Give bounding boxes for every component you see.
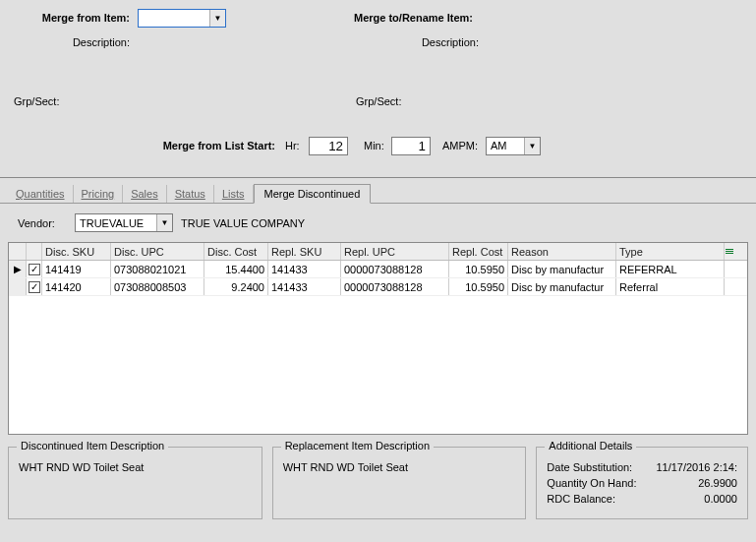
grid-empty-area [9, 296, 747, 434]
cell-rcost: 10.5950 [449, 261, 508, 277]
desc-label-left: Description: [0, 36, 138, 48]
cell-rsku: 141433 [268, 261, 341, 277]
ampm-combo[interactable]: AM ▼ [486, 137, 541, 155]
cell-rcost: 10.5950 [449, 278, 508, 295]
menu-icon[interactable] [725, 243, 734, 260]
cell-cost: 15.4400 [204, 261, 268, 277]
min-label: Min: [364, 140, 391, 151]
cell-rsku: 141433 [268, 278, 341, 295]
cell-reason: Disc by manufactur [508, 278, 616, 295]
group-additional-details: Additional Details Date Substitution: 11… [536, 447, 748, 519]
cell-upc: 073088021021 [111, 261, 204, 277]
group-title: Discontinued Item Description [17, 440, 168, 452]
tab-lists[interactable]: Lists [214, 185, 254, 203]
col-reason[interactable]: Reason [508, 243, 616, 260]
cell-type: REFERRAL [616, 261, 725, 277]
cell-rupc: 0000073088128 [341, 278, 449, 295]
row-pointer: ▶ [9, 261, 27, 277]
vendor-combo[interactable]: TRUEVALUE ▼ [75, 213, 173, 232]
desc-label-right: Description: [354, 36, 487, 48]
rdc-value: 0.0000 [704, 493, 737, 505]
col-disc-cost[interactable]: Disc. Cost [204, 243, 268, 260]
checkbox[interactable]: ✓ [29, 264, 40, 275]
merge-from-label: Merge from Item: [0, 12, 138, 24]
cell-sku: 141419 [42, 261, 111, 277]
date-sub-label: Date Substitution: [547, 461, 632, 473]
col-disc-upc[interactable]: Disc. UPC [111, 243, 204, 260]
tab-merge-discontinued[interactable]: Merge Discontinued [254, 184, 372, 204]
col-repl-cost[interactable]: Repl. Cost [449, 243, 508, 260]
rdc-label: RDC Balance: [547, 493, 615, 505]
tab-status[interactable]: Status [167, 185, 214, 203]
group-repl-desc: Replacement Item Description WHT RND WD … [272, 447, 527, 519]
cell-upc: 073088008503 [111, 278, 204, 295]
disc-desc-text: WHT RND WD Toilet Seat [19, 461, 252, 473]
tab-pricing[interactable]: Pricing [74, 185, 124, 203]
qoh-label: Quantity On Hand: [547, 477, 636, 489]
qoh-value: 26.9900 [698, 477, 737, 489]
chevron-down-icon[interactable]: ▼ [209, 10, 225, 27]
table-row[interactable]: ✓ 141420 073088008503 9.2400 141433 0000… [9, 278, 747, 296]
cell-cost: 9.2400 [204, 278, 268, 295]
top-panel: Merge from Item: ▼ Merge to/Rename Item:… [0, 0, 756, 178]
row-pointer [9, 278, 27, 295]
tab-sales[interactable]: Sales [123, 185, 167, 203]
checkbox[interactable]: ✓ [29, 281, 40, 293]
vendor-name: TRUE VALUE COMPANY [181, 217, 305, 229]
ampm-value: AM [491, 140, 524, 151]
grp-label-right: Grp/Sect: [356, 95, 425, 107]
repl-desc-text: WHT RND WD Toilet Seat [283, 461, 516, 473]
group-disc-desc: Discontinued Item Description WHT RND WD… [8, 447, 262, 519]
merge-from-combo[interactable]: ▼ [138, 9, 226, 28]
chevron-down-icon[interactable]: ▼ [524, 138, 540, 154]
group-title: Additional Details [545, 440, 636, 452]
cell-sku: 141420 [42, 278, 111, 295]
col-disc-sku[interactable]: Disc. SKU [42, 243, 111, 260]
cell-rupc: 0000073088128 [341, 261, 449, 277]
grp-label-left: Grp/Sect: [0, 95, 69, 107]
tab-quantities[interactable]: Quantities [8, 185, 74, 203]
chevron-down-icon[interactable]: ▼ [156, 214, 172, 231]
hr-input[interactable] [309, 137, 348, 155]
date-sub-value: 11/17/2016 2:14: [656, 461, 737, 473]
cell-reason: Disc by manufactur [508, 261, 616, 277]
hr-label: Hr: [285, 140, 309, 151]
min-input[interactable] [391, 137, 431, 155]
data-grid[interactable]: Disc. SKU Disc. UPC Disc. Cost Repl. SKU… [8, 242, 748, 435]
col-repl-sku[interactable]: Repl. SKU [268, 243, 341, 260]
col-repl-upc[interactable]: Repl. UPC [341, 243, 449, 260]
col-type[interactable]: Type [616, 243, 725, 260]
grid-header: Disc. SKU Disc. UPC Disc. Cost Repl. SKU… [9, 243, 747, 261]
list-start-label: Merge from List Start: [0, 140, 285, 151]
group-title: Replacement Item Description [281, 440, 434, 452]
vendor-label: Vendor: [8, 217, 67, 229]
ampm-label: AMPM: [442, 140, 486, 151]
merge-to-label: Merge to/Rename Item: [354, 12, 473, 24]
vendor-value: TRUEVALUE [80, 217, 156, 229]
content-panel: Vendor: TRUEVALUE ▼ TRUE VALUE COMPANY D… [0, 204, 756, 529]
table-row[interactable]: ▶ ✓ 141419 073088021021 15.4400 141433 0… [9, 261, 747, 278]
tabstrip: Quantities Pricing Sales Status Lists Me… [0, 178, 756, 204]
cell-type: Referral [616, 278, 725, 295]
